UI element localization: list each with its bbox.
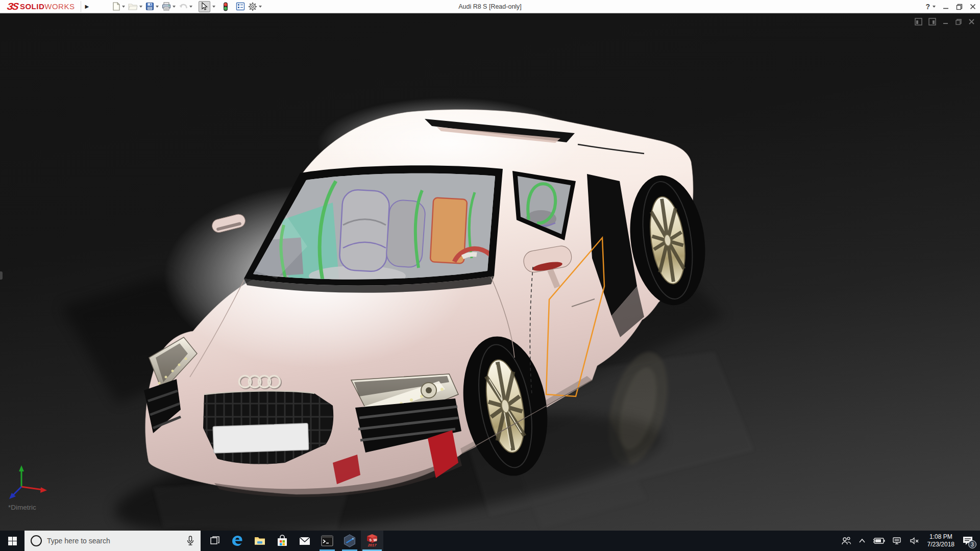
rebuild-button[interactable] — [222, 1, 230, 12]
clock-date: 7/23/2018 — [927, 541, 954, 548]
solidworks-2017-icon: SW 2017 — [366, 534, 378, 547]
volume-button[interactable] — [906, 531, 923, 551]
network-icon — [892, 537, 902, 545]
dropdown-caret-icon[interactable] — [173, 6, 176, 8]
doc-restore-button[interactable] — [955, 18, 962, 26]
select-tool-dropdown[interactable] — [211, 1, 216, 12]
new-document-icon — [112, 2, 120, 11]
search-input[interactable] — [47, 537, 181, 545]
divider — [81, 1, 81, 12]
chevron-up-icon — [859, 538, 866, 543]
dropdown-caret-icon[interactable] — [212, 6, 215, 8]
solidworks-logo: ЗS SOLIDWORKS ▶ — [0, 0, 90, 13]
taskbar-app-store[interactable] — [271, 531, 293, 551]
taskbar-app-file-explorer[interactable] — [249, 531, 271, 551]
microsoft-store-icon — [277, 535, 288, 547]
battery-button[interactable] — [869, 531, 889, 551]
start-button[interactable] — [0, 531, 24, 551]
3d-model-canvas[interactable] — [0, 14, 980, 531]
select-tool-button[interactable] — [199, 1, 210, 12]
collapsed-panel-tab[interactable] — [0, 271, 3, 280]
people-icon — [841, 536, 851, 545]
help-icon: ? — [925, 3, 930, 10]
dropdown-caret-icon[interactable] — [189, 6, 192, 8]
action-center-button[interactable]: 3 — [959, 531, 977, 551]
task-view-button[interactable] — [204, 531, 226, 551]
windshield[interactable] — [244, 165, 503, 292]
undo-arrow-icon — [179, 2, 188, 11]
open-button[interactable] — [127, 1, 143, 12]
title-bar: ЗS SOLIDWORKS ▶ — [0, 0, 980, 13]
taskbar-search[interactable] — [24, 531, 201, 551]
save-floppy-icon — [145, 2, 154, 11]
battery-icon — [873, 537, 885, 544]
brand-works: WORKS — [44, 2, 75, 11]
file-properties-button[interactable] — [235, 1, 246, 12]
mail-icon — [299, 535, 311, 546]
clock-time: 1:08 PM — [927, 533, 954, 541]
dropdown-caret-icon[interactable] — [122, 6, 125, 8]
file-properties-icon — [236, 2, 245, 11]
taskbar: SW 2017 — [0, 531, 980, 551]
taskbar-app-command-prompt[interactable] — [316, 531, 338, 551]
taskbar-app-edrawings[interactable] — [338, 531, 361, 551]
view-orientation-label: *Dimetric — [8, 504, 36, 511]
license-plate — [213, 423, 309, 453]
printer-icon — [162, 2, 171, 11]
traffic-light-icon — [223, 2, 229, 11]
dropdown-caret-icon[interactable] — [156, 6, 159, 8]
taskbar-app-edge[interactable] — [226, 531, 249, 551]
undo-button[interactable] — [178, 1, 193, 12]
taskbar-apps: SW 2017 — [204, 531, 383, 551]
graphics-viewport[interactable]: *Dimetric — [0, 13, 980, 531]
windows-logo-icon — [8, 537, 17, 545]
microsoft-edge-icon — [231, 535, 243, 547]
quick-access-toolbar — [111, 1, 263, 12]
edrawings-hexagon-icon — [343, 534, 356, 547]
cortana-icon — [31, 535, 42, 546]
solidworks-year-label: 2017 — [368, 543, 377, 547]
solidworks-logo-mark-icon: ЗS — [7, 2, 19, 11]
taskbar-clock[interactable]: 1:08 PM 7/23/2018 — [923, 533, 959, 548]
help-button[interactable]: ? — [925, 3, 936, 10]
dropdown-caret-icon[interactable] — [933, 6, 936, 8]
feature-pane-button[interactable] — [915, 18, 922, 26]
command-prompt-icon — [321, 535, 333, 546]
doc-close-button[interactable] — [968, 18, 975, 25]
open-folder-icon — [128, 2, 138, 11]
menu-flyout-arrow[interactable]: ▶ — [83, 1, 90, 12]
save-button[interactable] — [144, 1, 160, 12]
window-controls: ? — [925, 0, 976, 13]
system-tray: 1:08 PM 7/23/2018 3 — [838, 531, 980, 551]
minimize-button[interactable] — [943, 4, 949, 10]
select-cursor-icon — [200, 2, 209, 11]
options-button[interactable] — [247, 1, 263, 12]
close-icon — [970, 4, 976, 10]
hidden-icons-button[interactable] — [855, 531, 869, 551]
taskbar-app-mail[interactable] — [293, 531, 316, 551]
brand-solid: SOLID — [20, 2, 44, 11]
print-button[interactable] — [161, 1, 177, 12]
document-window-controls — [915, 18, 975, 26]
minimize-icon — [943, 4, 949, 10]
volume-muted-icon — [910, 537, 920, 545]
gear-icon — [248, 2, 257, 11]
restore-icon — [956, 4, 963, 10]
doc-minimize-button[interactable] — [942, 18, 949, 25]
svg-text:SW: SW — [369, 538, 378, 543]
new-button[interactable] — [111, 1, 126, 12]
display-pane-button[interactable] — [928, 18, 936, 26]
reference-triad[interactable] — [7, 465, 53, 501]
notification-count-badge: 3 — [968, 540, 976, 548]
microphone-icon[interactable] — [186, 536, 194, 546]
dropdown-caret-icon[interactable] — [259, 6, 262, 8]
task-view-icon — [210, 536, 220, 546]
dropdown-caret-icon[interactable] — [139, 6, 142, 8]
network-button[interactable] — [889, 531, 906, 551]
file-explorer-icon — [254, 535, 266, 547]
taskbar-app-solidworks[interactable]: SW 2017 — [361, 531, 383, 551]
solidworks-window: ЗS SOLIDWORKS ▶ — [0, 0, 980, 551]
people-button[interactable] — [838, 531, 855, 551]
close-button[interactable] — [970, 4, 976, 10]
restore-button[interactable] — [956, 4, 963, 10]
